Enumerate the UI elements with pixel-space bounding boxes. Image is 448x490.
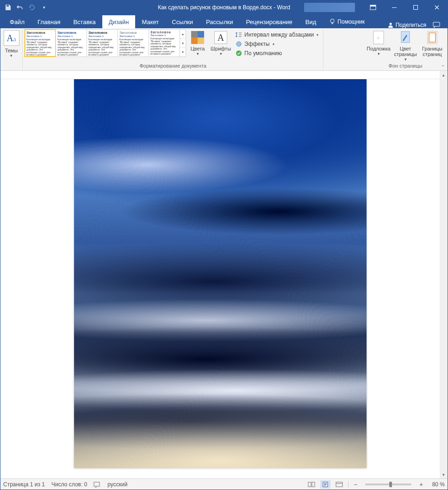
watermark-icon: A: [371, 30, 386, 45]
zoom-in-button[interactable]: +: [418, 481, 424, 488]
ribbon-tabs: Файл Главная Вставка Дизайн Макет Ссылки…: [0, 14, 448, 28]
ribbon-display-options-icon[interactable]: [362, 0, 384, 14]
svg-rect-10: [191, 38, 198, 44]
paragraph-spacing-icon: [235, 31, 243, 38]
zoom-level[interactable]: 80 %: [428, 481, 445, 488]
effects-icon: [235, 40, 243, 48]
word-count[interactable]: Число слов: 0: [51, 481, 87, 488]
page-borders-label: Границы страниц: [419, 46, 445, 57]
page-bg-group-label: Фон страницы: [366, 63, 445, 70]
undo-icon[interactable]: [16, 4, 24, 11]
effects-button[interactable]: Эффекты ▾: [235, 40, 318, 48]
themes-group: Aa Темы ▾: [0, 28, 23, 70]
zoom-out-button[interactable]: −: [352, 481, 359, 488]
themes-button[interactable]: Aa Темы ▾: [2, 29, 20, 58]
read-mode-icon[interactable]: [306, 480, 317, 489]
set-default-button[interactable]: По умолчанию: [235, 50, 318, 57]
svg-rect-21: [312, 482, 315, 487]
svg-rect-11: [198, 38, 204, 44]
tab-file[interactable]: Файл: [3, 15, 31, 28]
person-icon: [387, 22, 394, 28]
status-bar: Страница 1 из 1 Число слов: 0 русский − …: [0, 478, 448, 490]
fonts-icon: A: [214, 31, 227, 44]
chevron-down-icon: ▾: [2, 53, 20, 58]
effects-label: Эффекты: [244, 41, 270, 47]
spellcheck-icon[interactable]: [93, 481, 101, 488]
fonts-button[interactable]: A Шрифты ▾: [209, 29, 232, 56]
page-color-button[interactable]: Цвет страницы ▾: [392, 29, 418, 62]
web-layout-icon[interactable]: [334, 480, 344, 489]
qat-dropdown-icon[interactable]: ▾: [40, 4, 48, 11]
vertical-scrollbar[interactable]: ▾: [440, 79, 448, 478]
svg-rect-8: [191, 31, 198, 38]
print-layout-icon[interactable]: [320, 480, 330, 489]
comment-icon: [433, 22, 440, 28]
save-icon[interactable]: [4, 4, 12, 11]
chevron-down-icon: ▾: [392, 57, 418, 62]
chevron-down-icon: ▾: [273, 42, 274, 46]
page-indicator[interactable]: Страница 1 из 1: [3, 481, 45, 488]
gallery-subheading: Заголовок 1: [26, 35, 54, 38]
document-formatting-group: Заголовок Заголовок 1 Коллекция на вклад…: [23, 28, 324, 70]
style-set-item[interactable]: Заголовок Заголовок 1 Коллекция на вклад…: [118, 29, 149, 57]
colors-button[interactable]: Цвета ▾: [186, 29, 209, 56]
tab-design[interactable]: Дизайн: [102, 15, 136, 28]
style-set-gallery[interactable]: Заголовок Заголовок 1 Коллекция на вклад…: [25, 29, 186, 57]
redo-icon[interactable]: [28, 4, 36, 11]
scroll-down-button[interactable]: ▾: [440, 471, 448, 478]
page-background-image: [74, 79, 367, 468]
share-label: Поделиться: [396, 22, 426, 28]
style-set-item[interactable]: Заголовок Заголовок 1 Коллекция на вклад…: [149, 29, 180, 57]
gallery-more[interactable]: ▾: [180, 48, 186, 57]
watermark-button[interactable]: A Подложка ▾: [366, 29, 392, 56]
style-set-item[interactable]: Заголовок Заголовок 1 Коллекция на вклад…: [87, 29, 118, 57]
formatting-options: Интервал между абзацами ▾ Эффекты ▾ По у…: [232, 29, 321, 59]
maximize-button[interactable]: [405, 0, 426, 14]
style-set-item[interactable]: Заголовок Заголовок 1 Коллекция на вклад…: [25, 29, 56, 57]
ribbon: Aa Темы ▾ Заголовок Заголовок 1 Коллекци…: [0, 28, 448, 71]
colors-label: Цвета: [186, 46, 209, 51]
paragraph-spacing-button[interactable]: Интервал между абзацами ▾: [235, 31, 318, 38]
svg-point-12: [236, 42, 241, 46]
document-area: ▾: [0, 79, 448, 478]
lightbulb-icon: [329, 19, 336, 25]
window-controls: [362, 0, 448, 14]
tab-home[interactable]: Главная: [31, 15, 67, 28]
page-borders-button[interactable]: Границы страниц: [419, 29, 445, 57]
tab-insert[interactable]: Вставка: [67, 15, 102, 28]
svg-point-4: [330, 19, 334, 23]
account-badge[interactable]: [304, 3, 355, 12]
zoom-slider[interactable]: [365, 484, 411, 485]
gallery-scroll-down[interactable]: ▾: [180, 39, 186, 48]
tab-references[interactable]: Ссылки: [165, 15, 199, 28]
zoom-thumb[interactable]: [389, 482, 392, 487]
language-indicator[interactable]: русский: [107, 481, 127, 488]
gallery-heading: Заголовок: [26, 31, 54, 35]
tell-me-label: Помощник: [337, 19, 365, 25]
comments-button[interactable]: [431, 22, 445, 28]
tab-mailings[interactable]: Рассылки: [199, 15, 239, 28]
gallery-scroll-up[interactable]: ▴: [180, 30, 186, 39]
tab-layout[interactable]: Макет: [135, 15, 165, 28]
scroll-up-button[interactable]: ▴: [440, 71, 448, 79]
svg-rect-5: [332, 23, 333, 24]
chevron-down-icon: ▾: [366, 51, 392, 56]
page-borders-icon: [425, 30, 440, 45]
title-bar: ▾ Как сделать рисунок фоновым в Ворде.do…: [0, 0, 448, 14]
close-button[interactable]: [426, 0, 448, 14]
svg-rect-1: [370, 5, 376, 6]
paragraph-spacing-label: Интервал между абзацами: [244, 31, 314, 38]
tab-view[interactable]: Вид: [299, 15, 323, 28]
gallery-body: Коллекция на вкладке "Вставка" содержит …: [26, 38, 54, 57]
document-canvas[interactable]: [0, 79, 440, 478]
set-default-label: По умолчанию: [244, 50, 282, 57]
minimize-button[interactable]: [384, 0, 405, 14]
collapse-ribbon-icon[interactable]: ⌃: [441, 64, 445, 69]
page-color-label: Цвет страницы: [392, 46, 418, 57]
tell-me-box[interactable]: Помощник: [324, 15, 369, 28]
style-set-item[interactable]: Заголовок Заголовок 1 Коллекция на вклад…: [56, 29, 87, 57]
tab-review[interactable]: Рецензирование: [239, 15, 299, 28]
status-right: − + 80 %: [306, 480, 445, 489]
share-button[interactable]: Поделиться: [383, 22, 431, 28]
gallery-scroll: ▴ ▾ ▾: [180, 29, 186, 57]
